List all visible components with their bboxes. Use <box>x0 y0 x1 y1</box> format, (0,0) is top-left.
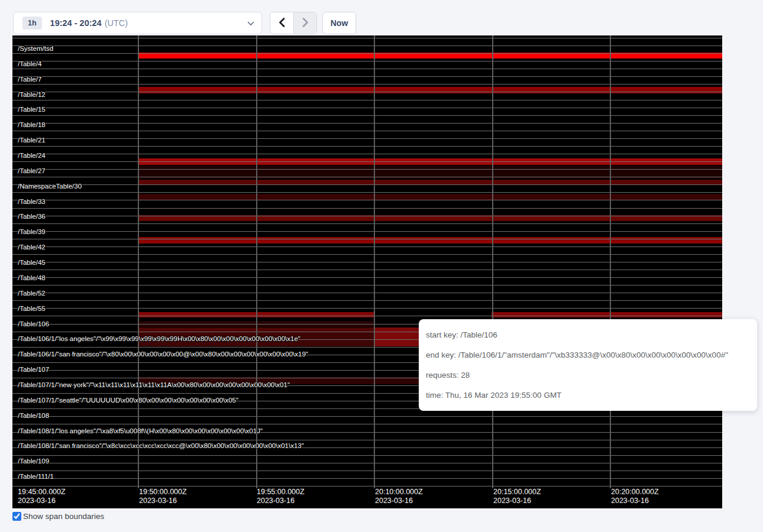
time-gridline <box>138 35 139 488</box>
span-label: /Table/108/1/"san francisco"/"\x8c\xcc\x… <box>18 442 304 449</box>
span-label: /Table/21 <box>18 137 46 144</box>
span-label: /NamespaceTable/30 <box>18 183 82 190</box>
chevron-down-icon <box>247 18 254 28</box>
span-label: /Table/27 <box>18 167 46 174</box>
span-boundary-line <box>12 208 722 209</box>
span-boundary-line <box>12 100 722 100</box>
span-boundary-line <box>12 154 722 154</box>
span-boundary-line <box>12 76 722 77</box>
span-boundary-line <box>12 300 722 301</box>
span-boundary-line <box>12 478 722 479</box>
tooltip-line: end key: /Table/106/1/"amsterdam"/"\xb33… <box>426 345 757 365</box>
span-boundary-line <box>12 262 722 262</box>
time-axis-tick-date: 2023-03-16 <box>375 497 423 505</box>
span-label: /Table/106 <box>18 320 49 327</box>
time-range-selector[interactable]: 1h 19:24 - 20:24 (UTC) <box>13 12 262 34</box>
span-label: /Table/108 <box>18 412 49 419</box>
time-axis-tick-date: 2023-03-16 <box>18 497 66 505</box>
timezone-label: (UTC) <box>105 18 128 28</box>
span-boundary-line <box>12 293 722 293</box>
tooltip-line: time: Thu, 16 Mar 2023 19:55:00 GMT <box>426 385 757 406</box>
span-boundary-line <box>12 61 722 61</box>
span-label: /Table/33 <box>18 198 46 205</box>
span-boundary-line <box>12 285 722 286</box>
span-label: /Table/15 <box>18 106 46 113</box>
span-boundary-line <box>12 69 722 69</box>
span-label: /Table/55 <box>18 305 46 312</box>
span-boundary-line <box>12 46 722 46</box>
span-boundary-line <box>12 486 722 486</box>
now-button[interactable]: Now <box>322 12 356 34</box>
span-boundary-line <box>12 246 722 247</box>
span-boundary-line <box>12 84 722 85</box>
chevron-left-icon <box>279 18 285 29</box>
hover-tooltip: start key: /Table/106end key: /Table/106… <box>419 319 757 411</box>
time-axis-tick-date: 2023-03-16 <box>139 497 187 505</box>
span-boundary-line <box>12 53 722 54</box>
span-boundary-line <box>12 254 722 255</box>
time-nav-group <box>270 12 317 34</box>
time-axis-tick: 20:20:00.000Z2023-03-16 <box>611 488 659 505</box>
span-boundary-line <box>12 471 722 471</box>
time-axis-tick: 19:50:00.000Z2023-03-16 <box>139 488 187 505</box>
time-gridline <box>610 35 611 488</box>
time-axis-tick: 20:10:00.000Z2023-03-16 <box>375 488 423 505</box>
span-boundary-line <box>12 169 722 170</box>
span-boundary-line <box>12 277 722 278</box>
tooltip-line: start key: /Table/106 <box>426 325 757 345</box>
span-label: /Table/106/1/"san francisco"/"\x80\x00\x… <box>18 351 308 358</box>
span-label: /Table/12 <box>18 91 46 98</box>
heat-band <box>138 237 722 244</box>
heat-band <box>138 194 722 200</box>
span-label: /Table/111/1 <box>18 473 54 480</box>
span-label: /Table/106/1/"los angeles"/"\x99\x99\x99… <box>18 335 300 342</box>
show-span-boundaries-checkbox[interactable] <box>12 512 21 521</box>
span-boundary-line <box>12 184 722 185</box>
span-label: /Table/24 <box>18 152 46 159</box>
span-boundary-line <box>12 270 722 270</box>
next-window-button[interactable] <box>293 12 316 34</box>
span-boundary-line <box>12 416 722 417</box>
span-label: /Table/36 <box>18 213 46 220</box>
span-boundary-line <box>12 308 722 309</box>
time-gridline <box>492 35 493 488</box>
span-boundary-line <box>12 138 722 139</box>
key-visualizer-canvas[interactable]: /System/tsd/Table/4/Table/7/Table/12/Tab… <box>12 35 722 508</box>
duration-badge: 1h <box>22 17 42 30</box>
span-boundary-line <box>12 440 722 440</box>
span-boundary-line <box>12 316 722 316</box>
key-visualizer-page: 1h 19:24 - 20:24 (UTC) Now /System/tsd/T… <box>0 0 763 532</box>
show-span-boundaries-label: Show span boundaries <box>23 512 104 521</box>
span-boundary-line <box>12 239 722 239</box>
span-boundary-line <box>12 123 722 124</box>
time-gridline <box>374 35 375 488</box>
span-label: /Table/108/1/"los angeles"/"\xa8\xf5\u00… <box>18 427 263 434</box>
span-boundary-line <box>12 92 722 92</box>
span-label: /System/tsd <box>18 45 53 52</box>
span-boundary-line <box>12 131 722 131</box>
span-label: /Table/52 <box>18 290 46 297</box>
span-boundary-line <box>12 161 722 162</box>
span-boundary-line <box>12 108 722 108</box>
time-axis-tick-date: 2023-03-16 <box>611 497 659 505</box>
show-span-boundaries-control[interactable]: Show span boundaries <box>12 512 104 521</box>
time-gridline <box>256 35 257 488</box>
span-label: /Table/18 <box>18 121 46 128</box>
span-label: /Table/109 <box>18 458 49 465</box>
time-range-label: 19:24 - 20:24 <box>50 18 102 28</box>
span-label: /Table/107 <box>18 366 49 373</box>
time-axis-tick-date: 2023-03-16 <box>493 497 541 505</box>
span-label: /Table/39 <box>18 228 46 235</box>
heat-band <box>492 312 722 317</box>
span-boundary-line <box>12 146 722 147</box>
prev-window-button[interactable] <box>270 12 293 34</box>
span-boundary-line <box>12 424 722 424</box>
span-boundary-line <box>12 231 722 232</box>
span-label: /Table/7 <box>18 76 41 83</box>
span-boundary-line <box>12 115 722 116</box>
time-axis-tick: 20:15:00.000Z2023-03-16 <box>493 488 541 505</box>
span-label: /Table/42 <box>18 244 46 251</box>
span-boundary-line <box>12 223 722 224</box>
span-boundary-line <box>12 463 722 463</box>
span-label: /Table/107/1/"seattle"/"UUUUUUD\x00\x80\… <box>18 397 238 404</box>
